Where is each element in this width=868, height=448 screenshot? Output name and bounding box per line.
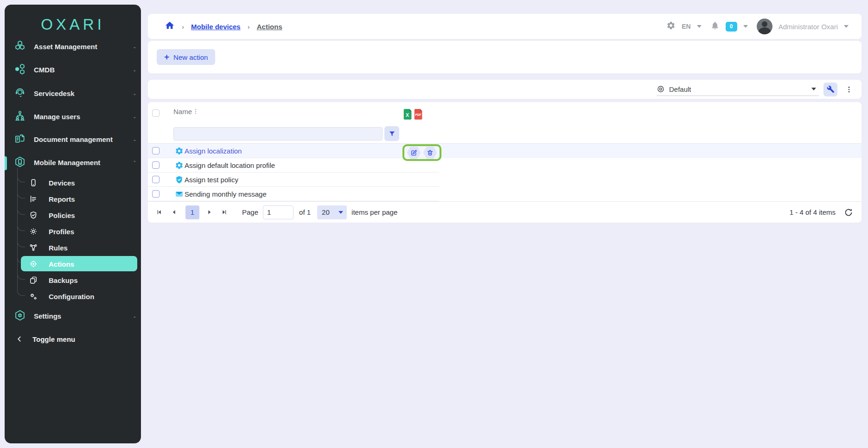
row-checkbox[interactable] bbox=[152, 147, 160, 154]
sidebar-subitem-label: Configuration bbox=[49, 293, 94, 301]
home-icon[interactable] bbox=[165, 20, 175, 32]
sidebar-item-document-management[interactable]: Document management⌄ bbox=[5, 129, 141, 149]
chevron-down-icon[interactable] bbox=[844, 25, 849, 28]
tree-branch bbox=[17, 221, 25, 231]
delete-action-button[interactable] bbox=[423, 147, 437, 159]
previous-page-button[interactable] bbox=[168, 206, 180, 218]
toggle-menu-button[interactable]: Toggle menu bbox=[5, 329, 141, 349]
row-actions-highlight bbox=[402, 144, 441, 161]
action-name-link[interactable]: Assign localization bbox=[185, 147, 242, 155]
notification-count-badge[interactable]: 0 bbox=[726, 22, 737, 32]
row-checkbox[interactable] bbox=[152, 161, 160, 169]
apply-filter-button[interactable] bbox=[384, 126, 399, 141]
funnel-icon bbox=[388, 130, 396, 138]
chevron-down-icon[interactable] bbox=[743, 25, 748, 28]
next-page-button[interactable] bbox=[203, 206, 215, 218]
sidebar-subitem-backups[interactable]: Backups bbox=[5, 273, 141, 287]
last-page-button[interactable] bbox=[218, 206, 230, 218]
sidebar-subitem-rules[interactable]: Rules bbox=[5, 241, 141, 255]
first-page-button[interactable] bbox=[153, 206, 165, 218]
row-checkbox[interactable] bbox=[152, 176, 160, 183]
sidebar-item-asset-management[interactable]: Asset Management⌄ bbox=[5, 36, 141, 57]
page-number-input[interactable] bbox=[263, 205, 294, 219]
view-icon bbox=[657, 85, 665, 93]
sidebar-subitem-policies[interactable]: Policies bbox=[5, 208, 141, 222]
sidebar: OXARI Asset Management⌄CMDB⌄Servicedesk⌄… bbox=[5, 5, 141, 443]
tree-branch bbox=[17, 286, 25, 296]
export-pdf-button[interactable]: PDF bbox=[414, 108, 423, 120]
selected-view-label: Default bbox=[669, 85, 807, 93]
svg-text:X: X bbox=[406, 112, 409, 118]
mobile-management-icon bbox=[14, 156, 27, 169]
sidebar-subitem-label: Profiles bbox=[49, 228, 74, 236]
gear-icon[interactable] bbox=[666, 21, 676, 32]
chevron-down-icon bbox=[811, 88, 816, 90]
chevron-down-icon: ⌄ bbox=[133, 91, 136, 96]
sidebar-subitem-label: Actions bbox=[49, 260, 74, 268]
page-label: Page bbox=[242, 208, 258, 216]
avatar[interactable] bbox=[757, 19, 772, 34]
sidebar-subitem-profiles[interactable]: Profiles bbox=[5, 224, 141, 238]
shield-check-icon bbox=[175, 175, 184, 184]
view-selector-dropdown[interactable]: Default bbox=[657, 83, 819, 96]
table-row[interactable]: Assign default location profile bbox=[148, 158, 862, 173]
more-options-button[interactable] bbox=[845, 84, 853, 95]
table-row[interactable]: Assign localization bbox=[148, 144, 862, 158]
sidebar-subitem-configuration[interactable]: Configuration bbox=[5, 289, 141, 303]
sidebar-item-mobile-management[interactable]: Mobile Management⌃ bbox=[5, 152, 141, 173]
name-column-header[interactable]: Name bbox=[173, 108, 192, 115]
sidebar-subitem-reports[interactable]: Reports bbox=[5, 192, 141, 206]
column-settings-button[interactable] bbox=[823, 83, 837, 96]
new-action-button[interactable]: + New action bbox=[157, 49, 215, 65]
table-row[interactable]: Assign test policy bbox=[148, 173, 862, 187]
page-size-select[interactable]: 20 bbox=[317, 205, 347, 219]
select-all-checkbox[interactable] bbox=[152, 109, 160, 117]
current-page-button[interactable]: 1 bbox=[185, 205, 199, 219]
column-menu-icon[interactable] bbox=[192, 108, 199, 117]
refresh-icon bbox=[844, 208, 853, 217]
chevron-left-icon bbox=[16, 336, 23, 342]
breadcrumb-separator: › bbox=[248, 23, 250, 31]
edit-icon bbox=[410, 149, 417, 156]
svg-text:PDF: PDF bbox=[415, 113, 421, 116]
sidebar-item-label: Settings bbox=[34, 312, 61, 320]
name-filter-input[interactable] bbox=[173, 127, 383, 141]
table-row[interactable]: Sending monthly message bbox=[148, 187, 862, 201]
chevron-down-icon: ⌄ bbox=[133, 67, 136, 72]
edit-action-button[interactable] bbox=[407, 147, 421, 159]
sidebar-item-cmdb[interactable]: CMDB⌄ bbox=[5, 59, 141, 80]
breadcrumb-link-mobile-devices[interactable]: Mobile devices bbox=[191, 23, 241, 31]
page-size-value: 20 bbox=[322, 208, 338, 216]
sidebar-item-settings[interactable]: Settings⌄ bbox=[5, 306, 141, 326]
sidebar-item-manage-users[interactable]: Manage users⌄ bbox=[5, 106, 141, 127]
action-name-text: Assign test policy bbox=[185, 176, 238, 184]
sidebar-item-label: Servicedesk bbox=[34, 90, 75, 97]
manage-users-icon bbox=[14, 110, 27, 123]
user-menu[interactable]: Administrator Oxari bbox=[779, 23, 838, 31]
breadcrumb: › Mobile devices › Actions bbox=[165, 14, 282, 39]
export-excel-button[interactable]: X bbox=[403, 108, 413, 120]
row-checkbox[interactable] bbox=[152, 190, 160, 198]
reports-icon bbox=[29, 194, 38, 204]
toggle-menu-label: Toggle menu bbox=[32, 335, 75, 343]
sidebar-subitem-devices[interactable]: Devices bbox=[5, 176, 141, 190]
sidebar-item-label: Asset Management bbox=[34, 43, 97, 51]
action-name-text: Sending monthly message bbox=[185, 190, 267, 198]
pagination-bar: 1 Page of 1 20 items per page 1 - 4 of 4… bbox=[148, 201, 862, 223]
table-header: Name X PDF bbox=[148, 102, 862, 143]
breadcrumb-current-actions[interactable]: Actions bbox=[257, 23, 282, 31]
tree-branch bbox=[17, 269, 25, 280]
mail-icon bbox=[175, 190, 184, 198]
new-action-label: New action bbox=[173, 53, 208, 61]
language-selector[interactable]: EN bbox=[682, 23, 690, 30]
policies-icon bbox=[29, 211, 38, 220]
sidebar-item-servicedesk[interactable]: Servicedesk⌄ bbox=[5, 83, 141, 103]
actions-toolbar: + New action bbox=[148, 41, 862, 73]
table-rows: Assign localizationAssign default locati… bbox=[148, 144, 862, 201]
bell-icon[interactable] bbox=[710, 21, 720, 32]
sidebar-subitem-actions[interactable]: Actions bbox=[5, 257, 141, 271]
sidebar-subitem-label: Devices bbox=[49, 179, 75, 187]
chevron-down-icon[interactable] bbox=[697, 25, 702, 28]
refresh-button[interactable] bbox=[843, 207, 854, 218]
action-name-text: Assign default location profile bbox=[185, 161, 275, 169]
